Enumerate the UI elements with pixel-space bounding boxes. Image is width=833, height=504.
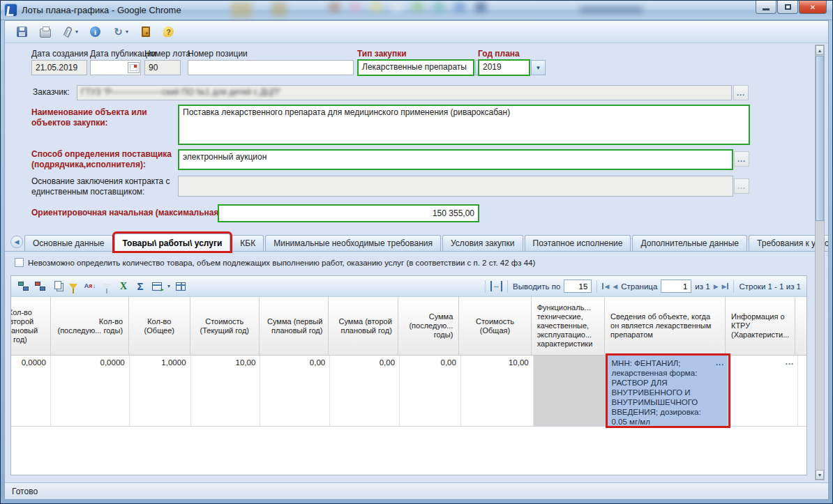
goods-tab-panel: Невозможно определить количество товара,… (5, 251, 828, 484)
customer-value: ГТУЗ "Р――――――ский ПО №1 для детей с ДЦП" (81, 87, 281, 97)
export-table-button[interactable] (151, 280, 163, 293)
supplier-method-ellipsis-button[interactable]: ... (734, 151, 749, 167)
single-supplier-basis-field[interactable] (178, 176, 733, 197)
cell-drug-info[interactable]: МНН: ФЕНТАНИЛ; лекарственная форма: РАСТ… (608, 356, 729, 426)
tab-main-data[interactable]: Основные данные (24, 235, 113, 251)
print-button[interactable] (36, 24, 54, 40)
quantity-undefined-checkbox[interactable] (15, 258, 24, 267)
sort-icon: Ая↓ (84, 283, 96, 289)
restore-icon (785, 4, 791, 10)
close-button[interactable]: ✕ (799, 1, 827, 14)
fit-width-icon[interactable]: ↔ (490, 281, 502, 291)
position-number-field[interactable] (188, 60, 354, 75)
ktru-info-ellipsis-button[interactable]: ... (786, 358, 794, 366)
plan-year-dropdown-icon[interactable]: ▼ (531, 60, 546, 75)
excel-export-button[interactable]: X (117, 280, 130, 293)
cell-qty-total[interactable]: 1,0000 (130, 356, 191, 426)
export-table-icon (152, 282, 162, 291)
scroll-up-icon[interactable]: ▲ (816, 45, 824, 55)
restore-button[interactable] (777, 1, 798, 14)
separator (507, 280, 508, 293)
sum-button[interactable]: Σ (134, 280, 147, 293)
save-button[interactable] (13, 24, 31, 40)
object-name-textarea[interactable]: Поставка лекарственного препарата для ме… (178, 105, 750, 145)
plan-year-label: Год плана (478, 49, 520, 59)
column-header-sum-later-years[interactable]: Сумма (последую... годы) (398, 297, 460, 356)
status-text: Готово (12, 487, 38, 496)
columns-button[interactable] (174, 280, 187, 293)
page-size-input[interactable] (564, 280, 592, 293)
grid-header-row: Кол-во (второй плановый год) Кол-во (пос… (11, 297, 806, 356)
next-page-button[interactable]: ▶ (714, 283, 719, 290)
clear-filter-button[interactable] (100, 280, 113, 293)
minimize-icon (763, 8, 770, 10)
add-row-button[interactable] (17, 280, 29, 293)
delete-row-button[interactable] (33, 280, 46, 293)
scrollbar-thumb[interactable] (816, 56, 824, 221)
exit-button[interactable] (137, 24, 154, 40)
help-button[interactable]: ? (160, 24, 177, 40)
tab-goods-works-services[interactable]: Товары\ работы\ услуги (114, 234, 231, 251)
creation-date-field[interactable] (31, 60, 87, 75)
filter-button[interactable] (67, 280, 80, 293)
refresh-button[interactable]: ↻▾ (110, 24, 131, 40)
column-header-ktru-info[interactable]: Информация о КТРУ (Характеристи... (726, 297, 795, 356)
single-supplier-basis-ellipsis-button[interactable]: ... (734, 178, 749, 194)
plan-year-select[interactable]: 2019 (478, 59, 530, 76)
supplier-method-field[interactable]: электронный аукцион (178, 149, 733, 170)
column-header-sum-first-plan-year[interactable]: Сумма (первый плановый год) (260, 297, 329, 356)
calendar-icon[interactable] (128, 62, 140, 73)
last-page-button[interactable]: ▶ (722, 283, 729, 290)
customer-field[interactable]: ГТУЗ "Р――――――ский ПО №1 для детей с ДЦП" (77, 85, 732, 100)
cell-qty-later-years[interactable]: 0,0000 (51, 356, 130, 426)
background-glass-blob (433, 2, 444, 12)
copy-row-button[interactable] (50, 280, 63, 293)
column-header-qty-second-plan-year[interactable]: Кол-во (второй плановый год) (11, 297, 51, 356)
cell-ktru-info[interactable]: ... (728, 356, 798, 426)
cell-sum-first-plan-year[interactable]: 0,00 (260, 356, 330, 426)
column-header-sliver (795, 297, 806, 356)
separator (596, 280, 597, 293)
cell-sum-later-years[interactable]: 0,00 (400, 356, 461, 426)
attach-button[interactable]: ▾ (59, 24, 81, 40)
customer-ellipsis-button[interactable]: ... (733, 85, 749, 100)
table-row[interactable]: 0,0000 0,0000 1,0000 10,00 0,00 0,00 0,0… (11, 356, 806, 427)
tab-additional-data[interactable]: Дополнительные данные (632, 235, 747, 251)
cell-cost-current-year[interactable]: 10,00 (191, 356, 261, 426)
tab-scroll-left-icon[interactable]: ◀ (10, 236, 23, 248)
print-icon (40, 29, 51, 38)
column-header-cost-total[interactable]: Стоимость (Общая) (459, 297, 531, 356)
titlebar: Лоты плана-графика - Google Chrome ✕ (1, 1, 832, 20)
column-header-sum-second-plan-year[interactable]: Сумма (второй плановый год) (329, 297, 398, 356)
cell-functional-characteristics[interactable] (534, 356, 608, 426)
purchase-type-label: Тип закупки (357, 49, 407, 59)
tab-strip: ◀ Основные данные Товары\ работы\ услуги… (5, 230, 828, 251)
vertical-scrollbar[interactable]: ▲ ▼ (815, 45, 825, 480)
scroll-down-icon[interactable]: ▼ (816, 470, 824, 480)
tab-staged-execution[interactable]: Поэтапное исполнение (525, 235, 631, 251)
drug-info-ellipsis-button[interactable]: ... (716, 358, 724, 367)
minimize-button[interactable] (756, 1, 776, 14)
separator (485, 280, 486, 293)
cell-qty-second-plan-year[interactable]: 0,0000 (11, 356, 51, 426)
sort-button[interactable]: Ая↓ (84, 280, 96, 293)
column-header-cost-current-year[interactable]: Стоимость (Текущий год) (190, 297, 260, 356)
customer-label: Заказчик: (33, 87, 70, 97)
lot-number-field[interactable] (144, 60, 181, 75)
tab-kbk[interactable]: КБК (232, 235, 264, 251)
column-header-qty-total[interactable]: Кол-во (Общее) (129, 297, 190, 356)
prev-page-button[interactable]: ◀ (613, 283, 617, 290)
tab-purchase-conditions[interactable]: Условия закупки (442, 235, 523, 251)
last-page-icon (727, 283, 728, 289)
info-button[interactable]: i (87, 24, 104, 40)
column-header-drug-info[interactable]: Сведения об объекте, когда он является л… (605, 297, 726, 356)
purchase-type-select[interactable]: Лекарственные препараты (357, 59, 474, 76)
column-header-qty-later-years[interactable]: Кол-во (последую... годы) (51, 297, 129, 356)
cell-cost-total[interactable]: 10,00 (461, 356, 534, 426)
first-page-button[interactable]: ◀ (602, 283, 609, 290)
column-header-functional-characteristics[interactable]: Функциональ... технические, качественные… (532, 297, 605, 356)
cell-sum-second-plan-year[interactable]: 0,00 (330, 356, 400, 426)
max-price-field[interactable] (218, 204, 479, 222)
page-input[interactable] (661, 280, 691, 293)
tab-min-requirements[interactable]: Минимальные необходимые требования (265, 235, 441, 251)
